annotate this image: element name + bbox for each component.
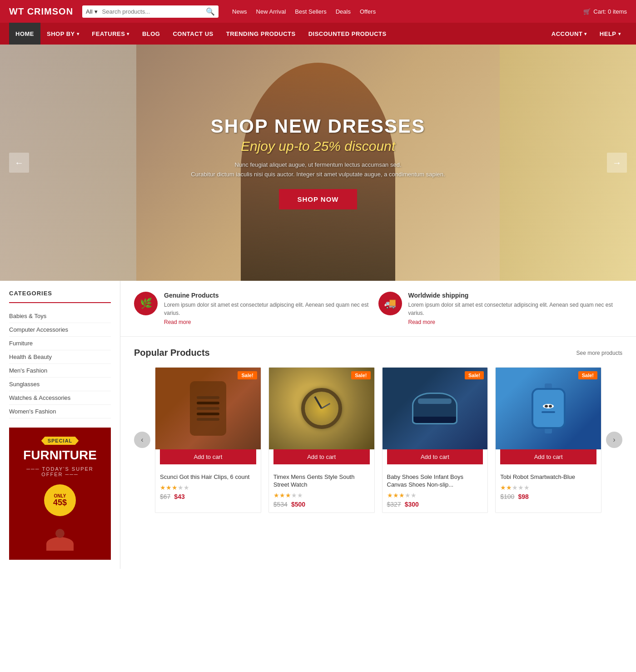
hero-desc: Nunc feugiat aliquet augue, ut fermentum…	[191, 160, 445, 179]
feature-genuine-read-more[interactable]: Read more	[164, 319, 191, 325]
nav-blog[interactable]: BLOG	[136, 23, 167, 45]
product-image-wrapper: Sale!	[269, 368, 374, 449]
cart-label: Cart: 0 items	[593, 8, 627, 15]
add-to-cart-button[interactable]: Add to cart	[500, 449, 596, 464]
top-bar: WT CRIMSON All ▾ 🔍 News New Arrival Best…	[0, 0, 636, 23]
main-content: 🌿 Genuine Products Lorem ipsum dolor sit…	[120, 281, 636, 569]
nav-help[interactable]: HELP ▾	[593, 23, 627, 45]
lower-section: CATEGORIES Babies & Toys Computer Access…	[0, 281, 636, 569]
sidebar-divider	[9, 302, 111, 303]
carousel-next-button[interactable]: ›	[606, 432, 622, 448]
product-image-hair	[155, 368, 261, 449]
sidebar-banner-subtitle: ─── TODAY'S SUPER OFFER ───	[16, 466, 104, 477]
category-item[interactable]: Men's Fashion	[9, 364, 111, 378]
chevron-down-icon: ▾	[618, 31, 621, 36]
categories-title: CATEGORIES	[9, 290, 111, 297]
price-old: $327	[387, 501, 401, 508]
cart-area[interactable]: 🛒 Cart: 0 items	[583, 8, 627, 15]
carousel-prev-button[interactable]: ‹	[134, 432, 150, 448]
category-item[interactable]: Sunglasses	[9, 378, 111, 391]
search-category-dropdown[interactable]: All ▾	[86, 8, 99, 15]
hero-content: SHOP NEW DRESSES Enjoy up-to 25% discoun…	[191, 116, 445, 210]
price-old: $67	[160, 493, 170, 500]
product-image-wrapper: Sale!	[383, 368, 488, 449]
category-item[interactable]: Health & Beauty	[9, 350, 111, 364]
nav-account[interactable]: ACCOUNT ▾	[545, 23, 593, 45]
star-rating: ★★★★★	[160, 484, 256, 491]
chevron-down-icon: ▾	[94, 8, 98, 15]
see-more-products-link[interactable]: See more products	[576, 350, 622, 356]
feature-shipping-title: Worldwide shipping	[408, 292, 623, 299]
feature-item-genuine: 🌿 Genuine Products Lorem ipsum dolor sit…	[134, 292, 378, 325]
search-input[interactable]	[102, 8, 206, 15]
hero-subtitle: Enjoy up-to 25% discount	[191, 139, 445, 154]
genuine-products-icon: 🌿	[134, 292, 158, 315]
main-nav: HOME SHOP BY ▾ FEATURES ▾ BLOG CONTACT U…	[0, 23, 636, 45]
product-card: Sale! Add to cart Timex Mens Gents Style…	[268, 367, 375, 513]
products-grid: Sale! Add to cart Scunci Got this Hair C…	[155, 367, 601, 513]
nav-shop-by[interactable]: SHOP BY ▾	[40, 23, 85, 45]
feature-genuine-text: Genuine Products Lorem ipsum dolor sit a…	[164, 292, 378, 325]
right-nav: ACCOUNT ▾ HELP ▾	[545, 23, 627, 45]
nav-contact-us[interactable]: CONTACT US	[166, 23, 219, 45]
add-to-cart-button[interactable]: Add to cart	[273, 449, 370, 464]
category-item[interactable]: Watches & Accessories	[9, 391, 111, 405]
product-name: Scunci Got this Hair Clips, 6 count	[160, 473, 256, 481]
hero-title: SHOP NEW DRESSES	[191, 116, 445, 137]
popular-products-title: Popular Products	[134, 348, 210, 358]
top-nav-offers[interactable]: Offers	[360, 8, 376, 15]
product-image-wrapper: Sale!	[496, 368, 601, 449]
product-image-shoes	[383, 368, 488, 449]
category-item[interactable]: Computer Accessories	[9, 323, 111, 337]
sale-badge: Sale!	[578, 371, 597, 379]
product-info: Baby Shoes Sole Infant Boys Canvas Shoes…	[383, 469, 488, 513]
category-item[interactable]: Babies & Toys	[9, 309, 111, 323]
add-to-cart-button[interactable]: Add to cart	[160, 449, 256, 464]
feature-item-shipping: 🚚 Worldwide shipping Lorem ipsum dolor s…	[378, 292, 623, 325]
category-item[interactable]: Women's Fashion	[9, 405, 111, 418]
hero-prev-button[interactable]: ←	[9, 153, 29, 173]
nav-discounted[interactable]: DISCOUNTED PRODUCTS	[302, 23, 393, 45]
price-new: $98	[518, 493, 528, 500]
category-list: Babies & Toys Computer Accessories Furni…	[9, 309, 111, 418]
price-row: $327 $300	[387, 501, 483, 508]
star-rating: ★★★★★	[273, 492, 370, 499]
product-card: Sale! Add to cart Baby Shoes Sole Infant…	[382, 367, 488, 513]
product-name: Baby Shoes Sole Infant Boys Canvas Shoes…	[387, 473, 483, 489]
price-new: $300	[405, 501, 419, 508]
popular-products-section: Popular Products See more products ‹	[120, 337, 636, 524]
price-old: $100	[500, 493, 514, 500]
product-info: Scunci Got this Hair Clips, 6 count ★★★★…	[155, 469, 261, 505]
feature-shipping-read-more[interactable]: Read more	[408, 319, 435, 325]
star-rating: ★★★★★	[500, 484, 596, 491]
worldwide-shipping-icon: 🚚	[378, 292, 402, 315]
chevron-down-icon: ▾	[584, 31, 587, 36]
category-item[interactable]: Furniture	[9, 337, 111, 350]
feature-bars: 🌿 Genuine Products Lorem ipsum dolor sit…	[120, 281, 636, 337]
hero-next-button[interactable]: →	[607, 153, 627, 173]
top-nav-news[interactable]: News	[232, 8, 247, 15]
top-nav-new-arrival[interactable]: New Arrival	[256, 8, 286, 15]
product-card: Sale! Add to cart Tobi Robot Smartwatch-…	[495, 367, 601, 513]
product-image-watch	[269, 368, 374, 449]
price-row: $67 $43	[160, 493, 256, 500]
product-image-smartwatch	[496, 368, 601, 449]
product-name: Tobi Robot Smartwatch-Blue	[500, 473, 596, 481]
products-carousel: ‹	[134, 367, 622, 513]
shop-now-button[interactable]: SHOP NOW	[279, 189, 357, 209]
price-new: $500	[291, 501, 305, 508]
top-nav-best-sellers[interactable]: Best Sellers	[295, 8, 326, 15]
nav-features[interactable]: FEATURES ▾	[85, 23, 136, 45]
top-nav-deals[interactable]: Deals	[336, 8, 351, 15]
chevron-down-icon: ▾	[127, 31, 129, 36]
add-to-cart-button[interactable]: Add to cart	[387, 449, 483, 464]
star-rating: ★★★★★	[387, 492, 483, 499]
feature-shipping-desc: Lorem ipsum dolor sit amet est consectet…	[408, 301, 623, 317]
nav-home[interactable]: HOME	[9, 23, 40, 45]
nav-trending[interactable]: TRENDING PRODUCTS	[220, 23, 302, 45]
search-button[interactable]: 🔍	[206, 7, 215, 16]
top-nav: News New Arrival Best Sellers Deals Offe…	[232, 8, 583, 15]
sale-badge: Sale!	[465, 371, 484, 379]
search-category-label: All	[86, 8, 92, 15]
product-info: Timex Mens Gents Style South Street Watc…	[269, 469, 374, 513]
